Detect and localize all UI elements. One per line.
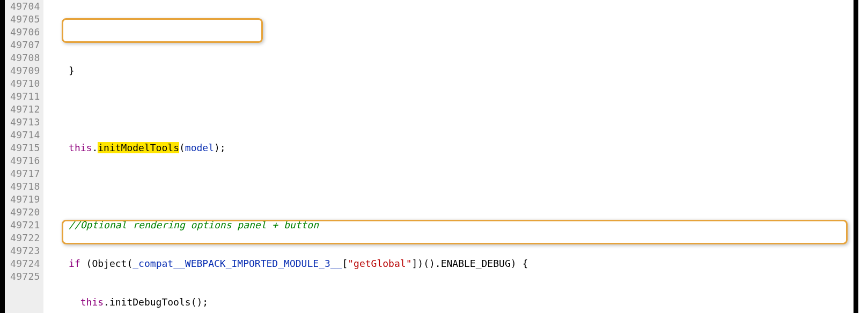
- line-number: 49706: [10, 26, 40, 39]
- code-editor-frame: 4970449705497064970749708497094971049711…: [0, 0, 858, 313]
- line-number: 49722: [10, 232, 40, 244]
- line-number: 49711: [10, 90, 40, 103]
- code-area: 4970449705497064970749708497094971049711…: [5, 0, 854, 313]
- line-number: 49717: [10, 167, 40, 180]
- line-number: 49712: [10, 103, 40, 116]
- line-number: 49719: [10, 193, 40, 206]
- line-number: 49704: [10, 0, 40, 13]
- line-number: 49705: [10, 13, 40, 26]
- line-number: 49724: [10, 257, 40, 270]
- search-match: initModelTools: [98, 142, 179, 153]
- line-number: 49720: [10, 206, 40, 219]
- line-number: 49716: [10, 154, 40, 167]
- line-number: 49723: [10, 244, 40, 257]
- highlight-box-1: [62, 18, 263, 43]
- line-number: 49721: [10, 219, 40, 232]
- code-line: [46, 180, 854, 193]
- line-number: 49709: [10, 64, 40, 77]
- code-line: //Optional rendering options panel + but…: [46, 219, 854, 232]
- line-number: 49707: [10, 39, 40, 51]
- line-number: 49714: [10, 129, 40, 141]
- line-number-gutter: 4970449705497064970749708497094971049711…: [5, 0, 43, 313]
- code-content[interactable]: } this.initModelTools(model); //Optional…: [43, 0, 854, 313]
- line-number: 49713: [10, 116, 40, 129]
- line-number: 49715: [10, 141, 40, 154]
- line-number: 49718: [10, 180, 40, 193]
- code-line: this.initModelTools(model);: [46, 141, 854, 154]
- line-number: 49725: [10, 270, 40, 283]
- line-number: 49708: [10, 51, 40, 64]
- code-line: this.initDebugTools();: [46, 296, 854, 309]
- line-number: 49710: [10, 77, 40, 90]
- code-line: [46, 103, 854, 116]
- code-line: if (Object(_compat__WEBPACK_IMPORTED_MOD…: [46, 257, 854, 270]
- code-line: }: [46, 64, 854, 77]
